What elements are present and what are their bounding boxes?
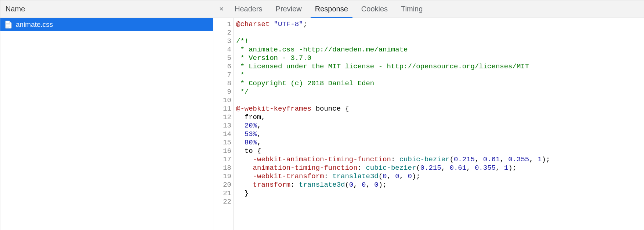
code-line: 53%, bbox=[236, 130, 550, 139]
name-column-header[interactable]: Name bbox=[0, 0, 213, 18]
tab-headers[interactable]: Headers bbox=[228, 0, 269, 18]
tab-label: Preview bbox=[276, 5, 302, 13]
code-line bbox=[236, 29, 550, 37]
line-number: 10 bbox=[213, 96, 231, 105]
svg-rect-3 bbox=[6, 27, 9, 27]
line-number: 5 bbox=[213, 54, 231, 62]
svg-rect-1 bbox=[6, 25, 10, 25]
tab-timing[interactable]: Timing bbox=[394, 0, 429, 18]
line-number: 1 bbox=[213, 20, 231, 29]
tabs-host: HeadersPreviewResponseCookiesTiming bbox=[228, 0, 429, 18]
line-number: 3 bbox=[213, 37, 231, 46]
code-line: * bbox=[236, 71, 550, 79]
line-number: 21 bbox=[213, 189, 231, 198]
code-line: @-webkit-keyframes bounce { bbox=[236, 105, 550, 113]
line-number: 6 bbox=[213, 62, 231, 71]
code-line: to { bbox=[236, 147, 550, 155]
close-detail-button[interactable]: × bbox=[216, 5, 227, 13]
svg-rect-0 bbox=[6, 24, 10, 24]
code-line: * animate.css -http://daneden.me/animate bbox=[236, 46, 550, 54]
code-line bbox=[236, 198, 550, 206]
line-number: 4 bbox=[213, 46, 231, 54]
request-list-panel: Name animate.css bbox=[0, 0, 213, 230]
code-line: @charset "UTF-8"; bbox=[236, 20, 550, 29]
code-line: transform: translate3d(0, 0, 0); bbox=[236, 181, 550, 189]
line-number: 20 bbox=[213, 181, 231, 189]
line-number: 7 bbox=[213, 71, 231, 79]
svg-rect-2 bbox=[6, 26, 10, 26]
tab-response[interactable]: Response bbox=[308, 0, 355, 18]
line-number: 15 bbox=[213, 139, 231, 147]
code-line: } bbox=[236, 189, 550, 198]
code-line: * Version - 3.7.0 bbox=[236, 54, 550, 62]
code-line: from, bbox=[236, 113, 550, 122]
code-line: -webkit-animation-timing-function: cubic… bbox=[236, 155, 550, 164]
line-number: 8 bbox=[213, 79, 231, 88]
line-number: 16 bbox=[213, 147, 231, 155]
request-row[interactable]: animate.css bbox=[0, 18, 213, 31]
code-line: /*! bbox=[236, 37, 550, 46]
request-name: animate.css bbox=[16, 21, 53, 29]
request-detail-panel: × HeadersPreviewResponseCookiesTiming 12… bbox=[213, 0, 644, 230]
line-number: 18 bbox=[213, 164, 231, 172]
line-number: 11 bbox=[213, 105, 231, 113]
code-line: 20%, bbox=[236, 122, 550, 130]
detail-tab-bar: × HeadersPreviewResponseCookiesTiming bbox=[213, 0, 644, 18]
tab-label: Response bbox=[315, 5, 348, 13]
tab-label: Timing bbox=[401, 5, 423, 13]
code-line: * Licensed under the MIT license - http:… bbox=[236, 62, 550, 71]
line-number: 14 bbox=[213, 130, 231, 139]
line-number: 2 bbox=[213, 29, 231, 37]
tab-label: Cookies bbox=[361, 5, 388, 13]
line-number: 9 bbox=[213, 88, 231, 96]
close-icon: × bbox=[219, 5, 224, 13]
request-list: animate.css bbox=[0, 18, 213, 230]
code-line: 80%, bbox=[236, 139, 550, 147]
line-number: 19 bbox=[213, 172, 231, 181]
line-number: 22 bbox=[213, 198, 231, 206]
tab-preview[interactable]: Preview bbox=[269, 0, 308, 18]
line-number-gutter: 12345678910111213141516171819202122 bbox=[213, 18, 234, 230]
response-code-area[interactable]: 12345678910111213141516171819202122 @cha… bbox=[213, 18, 644, 230]
name-column-label: Name bbox=[6, 5, 25, 13]
code-line: * Copyright (c) 2018 Daniel Eden bbox=[236, 79, 550, 88]
tab-label: Headers bbox=[235, 5, 263, 13]
code-line bbox=[236, 96, 550, 105]
line-number: 12 bbox=[213, 113, 231, 122]
code-line: animation-timing-function: cubic-bezier(… bbox=[236, 164, 550, 172]
code-line: */ bbox=[236, 88, 550, 96]
devtools-network-panel: Name animate.css × HeadersPreviewRespons… bbox=[0, 0, 644, 230]
response-code[interactable]: @charset "UTF-8"; /*! * animate.css -htt… bbox=[234, 18, 550, 230]
code-line: -webkit-transform: translate3d(0, 0, 0); bbox=[236, 172, 550, 181]
line-number: 17 bbox=[213, 155, 231, 164]
file-icon bbox=[5, 20, 12, 29]
tab-cookies[interactable]: Cookies bbox=[355, 0, 394, 18]
line-number: 13 bbox=[213, 122, 231, 130]
